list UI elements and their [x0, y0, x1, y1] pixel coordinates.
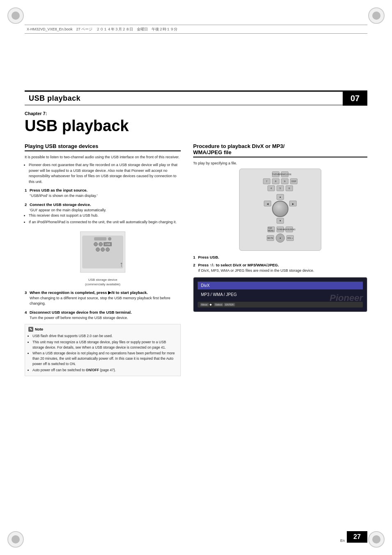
- remote-top-row: TV/DVD OPEN/CLOSE: [272, 171, 288, 177]
- device-knob: [108, 237, 111, 240]
- device-btn-4: [101, 247, 105, 252]
- step-2-bullet-1: This receiver does not support a USB hub…: [29, 213, 181, 219]
- screen-display: DivX MP3 / WMA / JPEG Pioneer Move ◆ Sel…: [193, 277, 367, 312]
- note-item-3: When a USB storage device is not playing…: [32, 351, 177, 366]
- note-item-1: USB flash drive that supports USB 2.0 ca…: [32, 333, 177, 339]
- remote-mute-row: MUTE ● VOL +: [267, 234, 294, 243]
- note-box: ✎ Note USB flash drive that supports USB…: [25, 324, 181, 376]
- step-2-title: 2 Connect the USB storage device.: [25, 202, 181, 207]
- right-step-2-title: 2 Press ↑/↓ to select DivX or MP3/WMA/JP…: [193, 263, 367, 267]
- note-icon: ✎: [28, 327, 33, 332]
- device-usb-slot: USB: [104, 242, 112, 246]
- note-list: USB flash drive that supports USB 2.0 ca…: [28, 333, 177, 372]
- right-step-1-title: 1 Press USB.: [193, 255, 367, 259]
- chapter-main-title: USB playback: [25, 118, 367, 135]
- step-2-bullet-2: If an iPod/iPhone/iPad is connected to t…: [29, 220, 181, 225]
- remote-btn-open: OPEN/CLOSE: [281, 171, 288, 177]
- remote-btn-6: 6: [286, 185, 293, 191]
- remote-btn-down: ▼: [277, 218, 284, 224]
- chapter-label: Chapter 7:: [25, 111, 367, 116]
- remote-btn-mute: MUTE: [267, 235, 274, 241]
- page-lang: En: [340, 539, 345, 543]
- step-4: 4 Disconnect USB storage device from the…: [25, 310, 181, 321]
- device-btn-3: [96, 247, 100, 252]
- remote-btn-right: ▶: [289, 201, 297, 206]
- corner-decoration-tl: [7, 7, 24, 24]
- screen-select-btn: Select ENTER: [214, 303, 235, 306]
- page-content: Chapter 7: USB playback Playing USB stor…: [25, 111, 367, 522]
- step-1-title: 1 Press USB as the input source.: [25, 188, 181, 192]
- header-fileinfo-bar: X-HM32VD_VXE8_En.book 27 ページ ２０１４年３月２８日 …: [25, 25, 367, 34]
- remote-btn-7: 7: [263, 178, 270, 184]
- right-step-1: 1 Press USB.: [193, 255, 367, 259]
- remote-btn-vol: VOL +: [286, 235, 294, 241]
- right-column: Procedure to playback DivX or MP3/WMA/JP…: [193, 143, 367, 377]
- step-4-body: Turn the power off before removing the U…: [30, 315, 181, 321]
- remote-num-row2: 4 5 6: [267, 185, 293, 191]
- screen-menu-item-divx: DivX: [198, 282, 363, 289]
- remote-bottom-row: TOP MENU TUNE+ MEASURING: [267, 227, 293, 232]
- section-heading-left: Playing USB storage devices: [25, 143, 181, 151]
- left-column: Playing USB storage devices It is possib…: [25, 143, 181, 377]
- remote-btn-8: 8: [272, 178, 279, 184]
- step-3-title: 3 When the recognition is completed, pre…: [25, 290, 181, 295]
- remote-btn-4: 4: [267, 185, 275, 191]
- intro-bullet-1: Pioneer does not guarantee that any file…: [29, 162, 181, 185]
- remote-nav-cluster: ▲ ◀ ▶ ▼: [264, 194, 297, 224]
- device-display-bar: [94, 237, 106, 240]
- device-image-area: USB ↑ USB storage device(commercially av…: [25, 228, 181, 287]
- device-panel: USB: [82, 236, 123, 268]
- chapter-badge: 07: [343, 91, 367, 106]
- device-btn-5: [106, 247, 110, 252]
- device-image: USB ↑: [80, 231, 125, 273]
- step-2-bullets: This receiver does not support a USB hub…: [29, 213, 181, 225]
- remote-enter-dial: [272, 201, 288, 217]
- device-btn-2: [99, 242, 103, 246]
- remote-num-row: 7 8 9 DISP: [263, 178, 297, 184]
- note-title: ✎ Note: [28, 327, 177, 332]
- remote-nav-vertical: ▲ ◀ ▶ ▼: [264, 194, 297, 224]
- step-1-body: ''USB/iPod' is shown on the main display…: [30, 193, 181, 199]
- device-btn-1: [94, 242, 98, 246]
- corner-decoration-br: [368, 531, 385, 548]
- note-item-2: This unit may not recognize a USB storag…: [32, 340, 177, 350]
- two-column-layout: Playing USB storage devices It is possib…: [25, 143, 367, 377]
- remote-btn-9: 9: [281, 178, 288, 184]
- device-caption: USB storage device(commercially availabl…: [85, 278, 120, 287]
- step-3: 3 When the recognition is completed, pre…: [25, 290, 181, 307]
- remote-btn-top-menu: TOP MENU: [267, 227, 275, 232]
- remote-btn-left: ◀: [264, 201, 271, 206]
- intro-text: It is possible to listen to two-channel …: [25, 155, 181, 160]
- corner-decoration-tr: [368, 7, 385, 24]
- step-1: 1 Press USB as the input source. ''USB/i…: [25, 188, 181, 199]
- step-3-body: When changing to a different input sourc…: [30, 296, 181, 307]
- remote-btn-up: ▲: [277, 194, 284, 200]
- device-top-row: [94, 237, 111, 240]
- screen-pioneer-logo: Pioneer: [330, 293, 363, 303]
- page-number: 27: [347, 531, 367, 543]
- chapter-band-title: USB playback: [25, 94, 81, 103]
- right-step-2: 2 Press ↑/↓ to select DivX or MP3/WMA/JP…: [193, 263, 367, 274]
- device-button-row: USB: [94, 242, 112, 246]
- remote-btn-meas: MEASURING: [286, 227, 293, 232]
- right-step-2-body: If DivX, MP3, WMA or JPEG files are mixe…: [198, 268, 367, 274]
- remote-btn-display: DISP: [290, 178, 297, 184]
- intro-bullets: Pioneer does not guarantee that any file…: [29, 162, 181, 185]
- corner-decoration-bl: [7, 531, 24, 548]
- step-4-title: 4 Disconnect USB storage device from the…: [25, 310, 181, 314]
- screen-move-btn: Move ◆: [200, 303, 212, 306]
- device-lower-row: [96, 247, 110, 252]
- remote-nav-horizontal: ◀ ▶: [264, 201, 297, 217]
- note-item-4: Auto power off can be switched to ON/OFF…: [32, 368, 177, 373]
- step-2: 2 Connect the USB storage device. 'GUI' …: [25, 202, 181, 225]
- section-heading-right: Procedure to playback DivX or MP3/WMA/JP…: [193, 143, 367, 157]
- fileinfo-text: X-HM32VD_VXE8_En.book 27 ページ ２０１４年３月２８日 …: [27, 27, 178, 32]
- usb-arrow-icon: ↑: [120, 260, 123, 269]
- remote-image-wrap: TV/DVD OPEN/CLOSE 7 8 9 DISP 4 5 6: [193, 169, 367, 251]
- remote-btn-5: 5: [277, 185, 284, 191]
- chapter-band: USB playback 07: [25, 90, 367, 105]
- right-intro: To play by specifying a file.: [193, 161, 367, 166]
- remote-btn-round-center: ●: [276, 234, 285, 243]
- step-2-body: 'GUI' appear on the main display automat…: [30, 208, 181, 213]
- remote-image: TV/DVD OPEN/CLOSE 7 8 9 DISP 4 5 6: [239, 169, 321, 251]
